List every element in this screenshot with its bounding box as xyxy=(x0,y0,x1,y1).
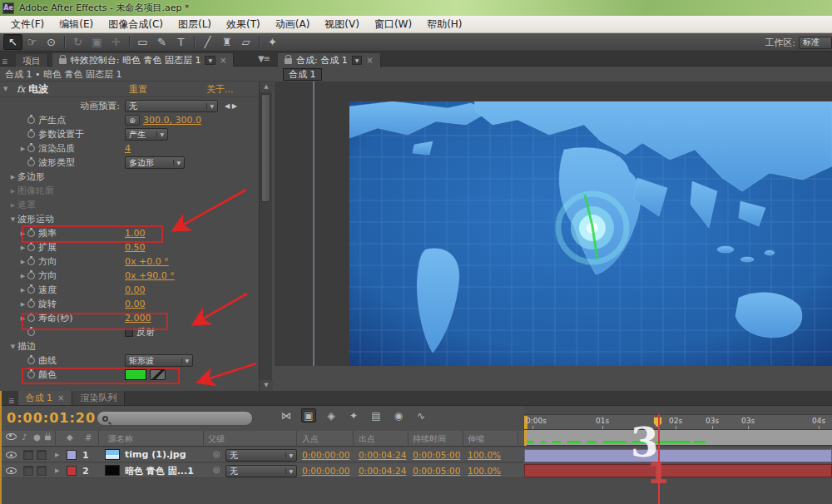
param-control[interactable]: 2.000 xyxy=(125,313,151,324)
param-dropdown[interactable]: 矩形波▼ xyxy=(125,354,193,367)
param-control[interactable] xyxy=(125,369,166,380)
hand-tool-icon[interactable]: ☞ xyxy=(22,34,42,50)
effect-twirl[interactable]: ▼ xyxy=(3,86,13,92)
in-point-value[interactable]: 0:00:00:00 xyxy=(302,466,349,476)
frame-blend-icon[interactable]: ⋈ xyxy=(279,408,294,422)
close-icon[interactable]: × xyxy=(366,56,373,65)
twirl-icon[interactable]: ▶ xyxy=(8,202,17,209)
stopwatch-icon[interactable] xyxy=(27,145,35,152)
type-tool-icon[interactable]: T xyxy=(171,34,191,50)
menu-编辑E[interactable]: 编辑(E) xyxy=(52,16,101,33)
param-control[interactable]: 4 xyxy=(125,143,131,154)
clone-stamp-tool-icon[interactable]: ♜ xyxy=(217,34,236,50)
workspace-dropdown[interactable]: 标准 xyxy=(799,37,832,49)
title-bar[interactable]: Ae Adobe After Effects - 未命名项目.aep * xyxy=(0,0,832,16)
scroll-up-icon[interactable]: ▲ xyxy=(260,82,273,92)
twirl-icon[interactable]: ▶ xyxy=(18,287,27,294)
param-control[interactable]: 1.00 xyxy=(125,228,146,239)
puppet-pin-tool-icon[interactable]: ✦ xyxy=(263,34,282,50)
out-point-value[interactable]: 0:00:04:24 xyxy=(359,450,406,460)
close-icon[interactable]: × xyxy=(57,393,64,403)
stopwatch-icon[interactable] xyxy=(27,371,35,378)
menu-动画A[interactable]: 动画(A) xyxy=(268,16,318,33)
parent-pickwhip-icon[interactable]: ◎ xyxy=(213,465,220,474)
scrollbar-thumb[interactable] xyxy=(261,94,270,202)
graph-editor-icon[interactable]: ∿ xyxy=(414,408,428,422)
tab-composition[interactable]: 合成: 合成 1 ▼ × xyxy=(278,53,381,67)
audio-toggle[interactable] xyxy=(23,466,33,476)
twirl-icon[interactable]: ▶ xyxy=(18,259,27,265)
label-color-chip[interactable] xyxy=(67,466,77,476)
tab-timeline-comp[interactable]: 合成 1 × xyxy=(18,391,73,405)
layer-visibility-icon[interactable] xyxy=(6,467,17,474)
layer-duration-bar[interactable] xyxy=(524,464,832,477)
menu-效果T[interactable]: 效果(T) xyxy=(219,16,268,33)
audio-icon[interactable]: ♪ xyxy=(22,432,27,442)
video-visibility-icon[interactable] xyxy=(6,432,17,442)
menu-文件F[interactable]: 文件(F) xyxy=(3,16,52,33)
twirl-icon[interactable]: ▶ xyxy=(18,245,27,251)
zoom-tool-icon[interactable]: ⊙ xyxy=(42,34,61,50)
twirl-icon[interactable]: ▶ xyxy=(18,315,27,322)
in-point-value[interactable]: 0:00:00:00 xyxy=(302,450,349,460)
param-dropdown[interactable]: 产生▼ xyxy=(125,128,168,141)
panel-grip[interactable]: ≣ xyxy=(2,57,8,66)
menu-图像合成C[interactable]: 图像合成(C) xyxy=(101,16,171,33)
close-icon[interactable]: × xyxy=(220,56,226,65)
layer-duration-bar[interactable] xyxy=(524,449,832,462)
timeline-search-input[interactable] xyxy=(97,411,253,426)
draft-3d-icon[interactable]: ◈ xyxy=(324,408,339,422)
color-swatch[interactable] xyxy=(125,369,146,380)
stopwatch-icon[interactable] xyxy=(27,258,35,265)
param-control[interactable]: 0x +0.0 ° xyxy=(125,256,169,267)
twirl-icon[interactable]: ▶ xyxy=(18,301,27,308)
current-time-display[interactable]: 0:00:01:20 xyxy=(7,410,96,426)
selection-tool-icon[interactable]: ↖ xyxy=(3,34,22,50)
param-value[interactable]: 1.00 xyxy=(125,228,146,239)
menu-视图V[interactable]: 视图(V) xyxy=(317,16,367,33)
solo-icon[interactable]: ● xyxy=(33,432,41,442)
twirl-icon[interactable]: ▶ xyxy=(8,188,17,195)
col-in[interactable]: 入点 xyxy=(302,433,319,445)
param-control[interactable]: 矩形波▼ xyxy=(125,354,193,367)
param-control[interactable]: 0.00 xyxy=(125,299,146,309)
comp-viewer[interactable]: ▣ 100 %▼ ✛ ▦ 0:00:01:20 全屏▼ ▭ 有效摄像机▼ xyxy=(275,82,832,366)
stopwatch-icon[interactable] xyxy=(27,244,35,251)
stopwatch-icon[interactable] xyxy=(27,116,35,124)
work-area-nub[interactable] xyxy=(524,430,527,446)
solo-toggle[interactable] xyxy=(37,466,47,476)
pen-tool-icon[interactable]: ✎ xyxy=(152,34,171,50)
param-value[interactable]: 2.000 xyxy=(125,313,151,324)
checkbox[interactable] xyxy=(125,329,133,337)
twirl-icon[interactable]: ▶ xyxy=(18,146,27,152)
stopwatch-icon[interactable] xyxy=(27,131,35,138)
param-control[interactable]: 无▼◀ ▶ xyxy=(125,100,237,112)
time-ruler[interactable]: 0:00s01s02s03s03s04s xyxy=(524,414,832,430)
live-update-icon[interactable]: ▣ xyxy=(301,408,316,422)
comp-name-button[interactable]: 合成 1 xyxy=(283,68,322,81)
duration-value[interactable]: 0:00:05:00 xyxy=(413,466,460,476)
param-control[interactable]: 0x +90.0 ° xyxy=(125,270,175,281)
twirl-icon[interactable]: ▼ xyxy=(8,343,17,350)
param-value[interactable]: 300.0, 300.0 xyxy=(143,115,201,126)
shy-layers-icon[interactable]: ✦ xyxy=(346,408,361,422)
param-value[interactable]: 0.00 xyxy=(125,299,146,309)
param-control[interactable]: 多边形▼ xyxy=(125,156,185,169)
reset-link[interactable]: 重置 xyxy=(129,83,147,96)
stopwatch-icon[interactable] xyxy=(27,357,35,364)
param-control[interactable]: 0.00 xyxy=(125,284,146,295)
stopwatch-icon[interactable] xyxy=(27,230,35,237)
col-stretch[interactable]: 伸缩 xyxy=(468,433,484,445)
eraser-tool-icon[interactable]: ▱ xyxy=(236,34,255,50)
stopwatch-icon[interactable] xyxy=(27,272,35,279)
col-source-name[interactable]: 源名称 xyxy=(108,433,133,445)
point-picker-icon[interactable]: ⊕ xyxy=(125,115,140,126)
rotate-tool-icon[interactable]: ↻ xyxy=(68,34,87,50)
lock-column-icon[interactable] xyxy=(44,432,52,442)
param-value[interactable]: 0.00 xyxy=(125,284,146,295)
work-area-bar[interactable] xyxy=(524,430,832,446)
eyedropper-icon[interactable] xyxy=(150,369,166,380)
param-dropdown[interactable]: 无▼ xyxy=(125,100,218,112)
fx-badge-icon[interactable]: fx xyxy=(17,84,25,95)
col-number[interactable]: # xyxy=(85,433,92,442)
